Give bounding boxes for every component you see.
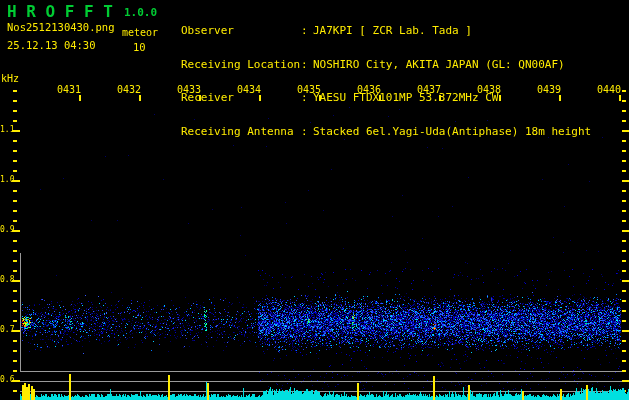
y-axis-label: 0.7: [0, 325, 14, 334]
x-axis-label: 0438: [477, 84, 501, 95]
output-filename: Nos2512130430.png: [7, 22, 114, 33]
y-axis-unit: kHz: [1, 74, 19, 84]
x-axis-label: 0431: [57, 84, 81, 95]
app-title: H R O F F T: [7, 4, 113, 20]
echo-count: 10: [133, 42, 146, 53]
y-axis-label: 1.1: [0, 125, 14, 134]
datetime-label: 25.12.13 04:30: [7, 40, 96, 51]
x-axis-label: 0440: [597, 84, 621, 95]
receiver-value: YAESU FTDX101MP 53.372MHz CW: [313, 91, 498, 104]
antenna-value: Stacked 6el.Yagi-Uda(Antiphase) 18m heig…: [313, 125, 591, 138]
location-value: NOSHIRO City, AKITA JAPAN (GL: QN00AF): [313, 58, 565, 71]
mode-label: meteor: [122, 28, 158, 38]
antenna-row: Receiving Antenna:Stacked 6el.Yagi-Uda(A…: [181, 126, 591, 138]
x-axis-label: 0436: [357, 84, 381, 95]
observer-label: Observer: [181, 25, 301, 36]
location-label: Receiving Location: [181, 59, 301, 70]
y-axis-label: 0.6: [0, 375, 14, 384]
y-axis-label: 1.0: [0, 175, 14, 184]
x-axis-label: 0432: [117, 84, 141, 95]
y-axis-label: 0.9: [0, 225, 14, 234]
x-axis-label: 0439: [537, 84, 561, 95]
antenna-label: Receiving Antenna: [181, 126, 301, 137]
x-axis-label: 0434: [237, 84, 261, 95]
observer-value: JA7KPI [ ZCR Lab. Tada ]: [313, 24, 472, 37]
x-axis-label: 0433: [177, 84, 201, 95]
location-row: Receiving Location:NOSHIRO City, AKITA J…: [181, 59, 591, 71]
station-info: Observer:JA7KPI [ ZCR Lab. Tada ] Receiv…: [181, 3, 591, 159]
observer-row: Observer:JA7KPI [ ZCR Lab. Tada ]: [181, 25, 591, 37]
hrofft-window: H R O F F T 1.0.0 Nos2512130430.png mete…: [0, 0, 629, 400]
x-axis-label: 0435: [297, 84, 321, 95]
x-axis-label: 0437: [417, 84, 441, 95]
app-version: 1.0.0: [124, 7, 157, 18]
y-axis-label: 0.8: [0, 275, 14, 284]
